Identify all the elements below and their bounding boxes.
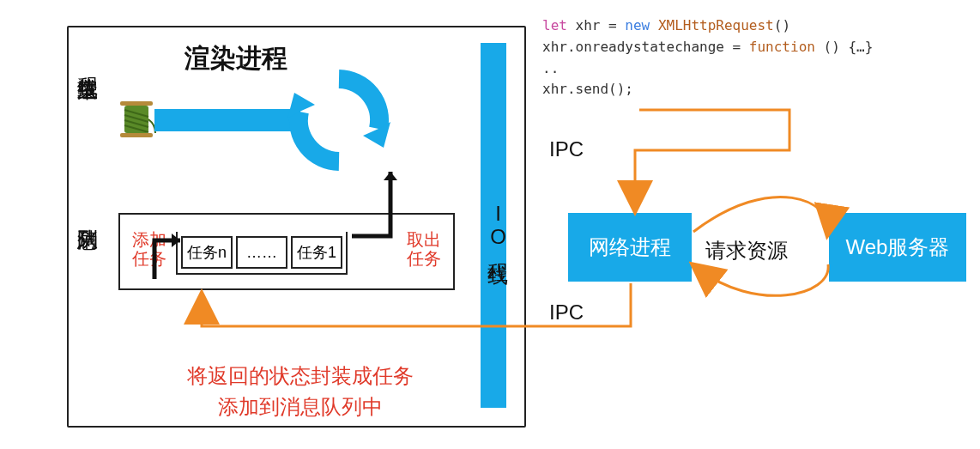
message-queue-tray: 任务n …… 任务1 xyxy=(176,232,348,275)
queue-task-cell: 任务1 xyxy=(291,236,342,269)
code-token: new xyxy=(625,17,650,33)
request-resource-label: 请求资源 xyxy=(705,237,788,264)
code-token: let xyxy=(542,17,567,33)
code-token: .. xyxy=(542,60,559,76)
pop-task-label: 取出任务 xyxy=(403,230,445,268)
code-snippet: let xhr = new XMLHttpRequest() xhr.onrea… xyxy=(542,15,873,100)
queue-task-cell: 任务n xyxy=(181,236,233,269)
web-server-box: Web服务器 xyxy=(829,213,966,282)
code-token: xhr.onreadystatechange = xyxy=(542,39,749,55)
footer-note-line: 添加到消息队列中 xyxy=(129,391,472,422)
network-process-box: 网络进程 xyxy=(568,213,692,282)
main-thread-arrow-bar xyxy=(154,109,300,131)
queue-task-cell: …… xyxy=(236,236,287,269)
io-thread-label: IO线程 xyxy=(487,202,509,248)
render-process-title: 渲染进程 xyxy=(185,41,287,76)
code-token: xhr = xyxy=(567,17,625,33)
code-token: () {…} xyxy=(815,39,873,55)
footer-note: 将返回的状态封装成任务 添加到消息队列中 xyxy=(129,361,472,422)
code-token: function xyxy=(749,39,815,55)
add-task-label: 添加任务 xyxy=(129,230,170,268)
ipc-label: IPC xyxy=(549,300,584,325)
code-token: xhr.send(); xyxy=(542,81,633,97)
ipc-label: IPC xyxy=(549,137,584,161)
footer-note-line: 将返回的状态封装成任务 xyxy=(129,361,472,391)
code-token: () xyxy=(774,17,790,33)
code-token: XMLHttpRequest xyxy=(650,17,774,33)
